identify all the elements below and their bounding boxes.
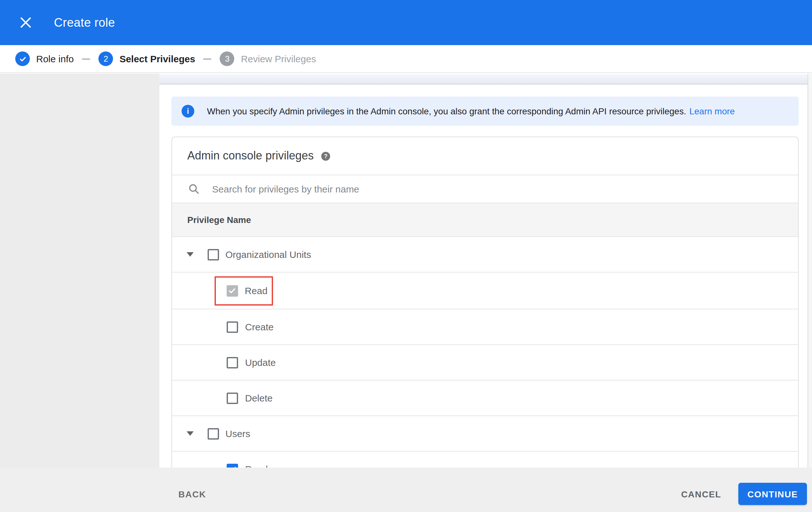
checkbox-checked[interactable] [226,285,238,296]
row-label: Update [245,357,276,368]
scrolled-section-edge [160,74,808,84]
column-header: Privilege Name [187,215,251,225]
table-row[interactable]: Create [172,309,798,345]
vertical-scrollbar[interactable] [808,74,812,467]
row-label: Users [225,428,250,439]
checkbox-unchecked[interactable] [208,428,219,439]
create-role-dialog: Create role Role info 2 Select Privilege… [0,0,812,512]
table-row[interactable]: Delete [172,380,798,416]
step-label: Review Privileges [241,53,316,64]
step-role-info[interactable]: Role info [15,51,74,66]
search-icon [188,184,199,194]
row-label: Create [245,321,273,332]
page-title: Create role [54,16,115,30]
admin-console-privileges-card: Admin console privileges ? Privilege Nam… [171,137,799,467]
checkbox-unchecked[interactable] [227,321,238,332]
content-area: i When you specify Admin privileges in t… [160,74,812,467]
app-bar: Create role [0,0,812,45]
back-button[interactable]: BACK [178,489,206,499]
chevron-down-icon[interactable] [187,431,194,436]
table-row[interactable]: Users [172,416,798,452]
row-label: Read [245,464,268,467]
step-number: 2 [98,51,113,66]
privilege-table-header: Privilege Name [172,203,798,237]
card-title: Admin console privileges [187,149,314,163]
table-row[interactable]: Read [172,452,798,467]
left-gutter [0,74,160,467]
checkbox-unchecked[interactable] [227,392,238,404]
privilege-search-row [172,175,798,203]
row-label: Organizational Units [225,249,311,260]
info-icon: i [181,105,194,117]
checkbox-checked[interactable] [227,463,238,467]
step-select-privileges[interactable]: 2 Select Privileges [98,51,195,66]
checkbox-unchecked[interactable] [208,249,219,260]
help-icon[interactable]: ? [321,152,330,160]
step-review-privileges[interactable]: 3 Review Privileges [220,51,316,66]
checkbox-unchecked[interactable] [227,357,238,368]
search-input[interactable] [211,183,798,195]
banner-message: When you specify Admin privileges in the… [207,106,686,116]
row-label: Read [245,285,268,296]
table-row[interactable]: Organizational Units [172,237,798,272]
highlight-box: Read [214,276,273,305]
step-connector [203,58,212,59]
table-row[interactable]: Update [172,345,798,380]
step-number: 3 [220,51,235,66]
info-banner: i When you specify Admin privileges in t… [171,97,799,126]
close-icon[interactable] [18,15,33,30]
table-row[interactable]: Read [172,272,798,309]
chevron-down-icon[interactable] [187,252,194,257]
cancel-button[interactable]: CANCEL [681,489,721,499]
footer-bar: BACK CANCEL CONTINUE [0,467,812,512]
stepper: Role info 2 Select Privileges 3 Review P… [0,45,812,73]
step-connector [82,58,90,59]
card-header: Admin console privileges ? [172,137,798,175]
step-label: Select Privileges [119,53,195,64]
privilege-table-body: Organizational UnitsReadCreateUpdateDele… [172,237,798,467]
learn-more-link[interactable]: Learn more [690,106,735,116]
continue-button[interactable]: CONTINUE [738,483,807,505]
step-completed-check-icon [15,51,30,66]
row-label: Delete [245,393,273,403]
step-label: Role info [36,53,74,64]
